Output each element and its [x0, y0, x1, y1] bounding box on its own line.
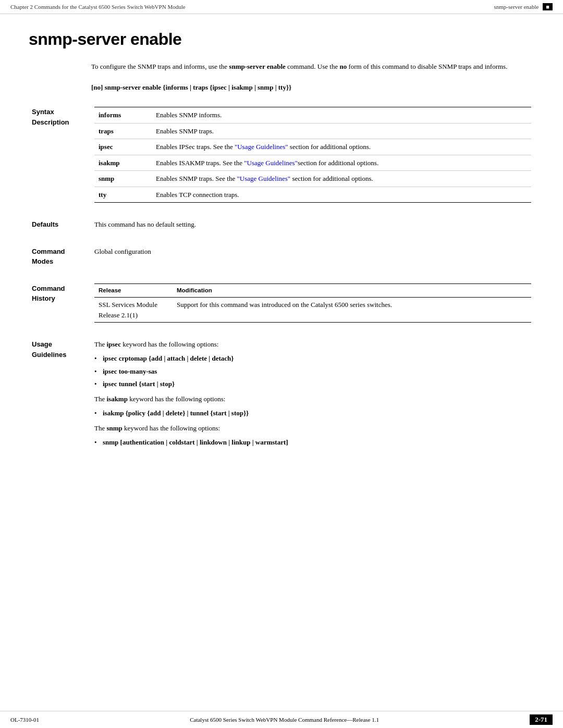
command-modes-content: Global configuration — [91, 245, 534, 268]
desc-snmp: Enables SNMP traps. See the "Usage Guide… — [152, 171, 531, 187]
header-chapter: Chapter 2 Commands for the Catalyst 6500… — [10, 4, 186, 10]
usage-guidelines-link-ipsec[interactable]: "Usage Guidelines" — [235, 143, 288, 151]
command-modes-section: Command Modes Global configuration — [29, 245, 534, 268]
intro-paragraph: To configure the SNMP traps and informs,… — [91, 61, 534, 72]
defaults-section: Defaults This command has no default set… — [29, 218, 534, 231]
list-item: snmp [authentication | coldstart | linkd… — [94, 437, 531, 448]
command-history-section: Command History Release Modification SSL… — [29, 282, 534, 324]
list-item: ipsec crptomap {add | attach | delete | … — [94, 353, 531, 364]
ipsec-intro: The ipsec keyword has the following opti… — [94, 339, 531, 350]
footer-doc-id: OL-7310-01 — [10, 717, 39, 723]
footer-page-number: 2-71 — [530, 714, 553, 725]
term-traps: traps — [94, 123, 152, 139]
command-history-table: Release Modification SSL Services Module… — [94, 283, 531, 323]
usage-guidelines-label: Usage Guidelines — [29, 338, 91, 453]
snmp-intro: The snmp keyword has the following optio… — [94, 423, 531, 434]
syntax-table: informs Enables SNMP informs. traps Enab… — [94, 107, 531, 203]
usage-guidelines-link-isakmp[interactable]: "Usage Guidelines" — [244, 159, 298, 167]
table-row: isakmp Enables ISAKMP traps. See the "Us… — [94, 155, 531, 171]
usage-content: The ipsec keyword has the following opti… — [94, 339, 531, 448]
ipsec-options-list: ipsec crptomap {add | attach | delete | … — [94, 353, 531, 390]
release-col-header: Release — [94, 283, 173, 297]
desc-traps: Enables SNMP traps. — [152, 123, 531, 139]
syntax-text: [no] snmp-server enable {informs | traps… — [91, 83, 291, 91]
table-row: traps Enables SNMP traps. — [94, 123, 531, 139]
main-content: snmp-server enable To configure the SNMP… — [0, 14, 563, 490]
defaults-content: This command has no default setting. — [91, 218, 534, 231]
syntax-line: [no] snmp-server enable {informs | traps… — [91, 82, 534, 93]
usage-guidelines-link-snmp[interactable]: "Usage Guidelines" — [237, 175, 291, 182]
command-modes-label: Command Modes — [29, 245, 91, 268]
command-modes-row: Command Modes Global configuration — [29, 245, 534, 268]
intro-text-middle: command. Use the — [286, 63, 340, 70]
desc-isakmp: Enables ISAKMP traps. See the "Usage Gui… — [152, 155, 531, 171]
page-header: Chapter 2 Commands for the Catalyst 6500… — [0, 0, 563, 14]
list-item: ipsec tunnel {start | stop} — [94, 379, 531, 390]
list-item: isakmp {policy {add | delete} | tunnel {… — [94, 408, 531, 419]
command-history-row: Command History Release Modification SSL… — [29, 282, 534, 324]
command-history-header-row: Release Modification — [94, 283, 531, 297]
defaults-row: Defaults This command has no default set… — [29, 218, 534, 231]
snmp-options-list: snmp [authentication | coldstart | linkd… — [94, 437, 531, 448]
term-isakmp: isakmp — [94, 155, 152, 171]
intro-text-before: To configure the SNMP traps and informs,… — [91, 63, 229, 70]
command-modes-text: Global configuration — [94, 248, 151, 255]
term-tty: tty — [94, 187, 152, 203]
page-footer: OL-7310-01 Catalyst 6500 Series Switch W… — [0, 711, 563, 728]
command-history-content: Release Modification SSL Services Module… — [91, 282, 534, 324]
header-black-box: ■ — [543, 3, 553, 10]
usage-guidelines-section: Usage Guidelines The ipsec keyword has t… — [29, 338, 534, 453]
table-row: snmp Enables SNMP traps. See the "Usage … — [94, 171, 531, 187]
header-right-section: snmp-server enable ■ — [494, 3, 553, 10]
table-row: tty Enables TCP connection traps. — [94, 187, 531, 203]
desc-ipsec: Enables IPSec traps. See the "Usage Guid… — [152, 139, 531, 155]
table-row: SSL Services ModuleRelease 2.1(1) Suppor… — [94, 298, 531, 323]
usage-guidelines-row: Usage Guidelines The ipsec keyword has t… — [29, 338, 534, 453]
intro-bold-command: snmp-server enable — [229, 63, 285, 70]
term-ipsec: ipsec — [94, 139, 152, 155]
isakmp-options-list: isakmp {policy {add | delete} | tunnel {… — [94, 408, 531, 419]
usage-guidelines-content: The ipsec keyword has the following opti… — [91, 338, 534, 453]
command-history-label: Command History — [29, 282, 91, 324]
footer-title: Catalyst 6500 Series Switch WebVPN Modul… — [39, 717, 530, 723]
modification-value: Support for this command was introduced … — [173, 298, 531, 323]
defaults-text: This command has no default setting. — [94, 220, 196, 228]
isakmp-intro: The isakmp keyword has the following opt… — [94, 394, 531, 405]
syntax-description-content: informs Enables SNMP informs. traps Enab… — [91, 105, 534, 204]
intro-bold-no: no — [339, 63, 347, 70]
intro-text-end: form of this command to disable SNMP tra… — [347, 63, 507, 70]
syntax-description-row: Syntax Description informs Enables SNMP … — [29, 105, 534, 204]
syntax-description-section: Syntax Description informs Enables SNMP … — [29, 105, 534, 204]
syntax-description-label: Syntax Description — [29, 105, 91, 204]
table-row: ipsec Enables IPSec traps. See the "Usag… — [94, 139, 531, 155]
table-row: informs Enables SNMP informs. — [94, 107, 531, 124]
desc-tty: Enables TCP connection traps. — [152, 187, 531, 203]
list-item: ipsec too-many-sas — [94, 366, 531, 377]
term-informs: informs — [94, 107, 152, 124]
release-value: SSL Services ModuleRelease 2.1(1) — [94, 298, 173, 323]
desc-informs: Enables SNMP informs. — [152, 107, 531, 124]
defaults-label: Defaults — [29, 218, 91, 231]
modification-col-header: Modification — [173, 283, 531, 297]
page-title: snmp-server enable — [29, 30, 534, 49]
header-command-name: snmp-server enable — [494, 4, 539, 10]
term-snmp: snmp — [94, 171, 152, 187]
